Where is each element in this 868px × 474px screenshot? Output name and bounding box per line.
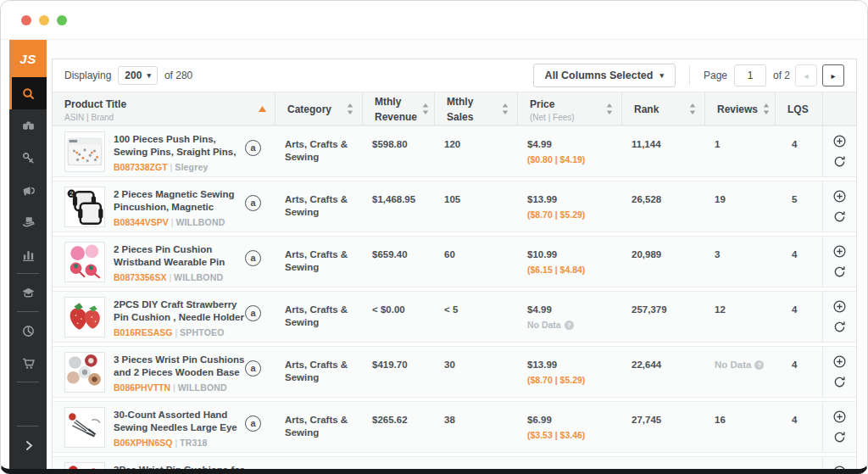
product-title[interactable]: 3Pcs Wrist Pin Cushions for Sewing — [114, 464, 245, 470]
sort-toggle-icon[interactable] — [689, 103, 696, 114]
column-label: Category — [287, 103, 331, 115]
product-thumbnail[interactable] — [64, 242, 105, 282]
previous-page-button[interactable]: ◂ — [795, 64, 817, 86]
product-meta: B016RESASG | SPHTOEO — [114, 327, 245, 337]
product-thumbnail[interactable] — [64, 462, 105, 470]
sidebar-item-supplier-database[interactable] — [9, 206, 47, 238]
table-body: 100 Pieces Push Pins, Sewing Pins, Sraig… — [53, 125, 856, 470]
column-header-product-title[interactable]: Product Title ASIN | Brand — [53, 92, 275, 125]
refresh-icon[interactable] — [832, 430, 847, 444]
page-size-select[interactable]: 200 ▾ — [118, 66, 158, 85]
product-title[interactable]: 30-Count Assorted Hand Sewing Needles La… — [114, 409, 245, 434]
column-label: Reviews — [717, 103, 758, 115]
rank-cell: 180,085 — [621, 457, 704, 470]
reviews-cell: 1 — [704, 126, 775, 176]
product-thumbnail[interactable] — [64, 131, 105, 172]
add-to-tracker-icon[interactable] — [832, 299, 847, 314]
row-actions — [822, 237, 856, 287]
amazon-link-icon[interactable]: a — [245, 360, 261, 376]
amazon-link-icon[interactable]: a — [245, 195, 261, 211]
close-window-button[interactable] — [21, 15, 31, 25]
reviews-cell: 19 — [704, 181, 775, 231]
product-meta: B0873356SX | WILLBOND — [114, 272, 245, 282]
sidebar-item-orders[interactable] — [9, 347, 47, 379]
add-to-tracker-icon[interactable] — [832, 465, 847, 470]
sidebar-item-extension[interactable] — [9, 315, 47, 347]
brand-label: TR318 — [180, 438, 208, 448]
product-title[interactable]: 2PCS DIY Craft Strawberry Pin Cushion , … — [114, 298, 245, 324]
product-thumbnail[interactable] — [64, 352, 105, 393]
column-header-mthly-sales[interactable]: Mthly Sales — [434, 92, 517, 125]
column-header-lqs[interactable]: LQS — [775, 92, 822, 125]
product-title[interactable]: 2 Pieces Magnetic Sewing Pincushion, Mag… — [114, 188, 245, 214]
refresh-icon[interactable] — [832, 209, 847, 224]
sidebar-item-product-tracker[interactable] — [9, 109, 47, 142]
results-toolbar: Displaying 200 ▾ of 280 All Columns Sele… — [53, 59, 856, 92]
product-thumbnail[interactable] — [64, 297, 105, 337]
product-cell: 100 Pieces Push Pins, Sewing Pins, Sraig… — [53, 126, 275, 176]
column-label: LQS — [787, 103, 809, 115]
asin-link[interactable]: B087338ZGT — [114, 162, 168, 172]
refresh-icon[interactable] — [832, 154, 847, 169]
columns-button-label: All Columns Selected — [545, 70, 654, 81]
asin-link[interactable]: B06XPHN6SQ — [114, 438, 172, 448]
column-header-actions[interactable] — [822, 92, 856, 125]
column-header-mthly-revenue[interactable]: Mthly Revenue — [362, 92, 434, 125]
add-to-tracker-icon[interactable] — [832, 354, 847, 369]
refresh-icon[interactable] — [832, 320, 847, 334]
column-header-rank[interactable]: Rank — [621, 92, 704, 125]
monthly-sales-cell: < 5 — [434, 457, 517, 470]
asin-link[interactable]: B016RESASG — [114, 327, 172, 337]
product-title[interactable]: 2 Pieces Pin Cushion Wristband Wearable … — [114, 243, 245, 269]
add-to-tracker-icon[interactable] — [832, 410, 847, 424]
sidebar-item-academy[interactable] — [9, 276, 47, 309]
sidebar-divider — [17, 382, 39, 382]
price-value: $10.99 — [527, 469, 618, 470]
product-title[interactable]: 3 Pieces Wrist Pin Cushions and 2 Pieces… — [114, 354, 245, 379]
sort-toggle-icon[interactable] — [422, 103, 429, 114]
column-header-price[interactable]: Price (Net | Fees) — [517, 92, 621, 125]
product-meta: B087338ZGT | Slegrey — [114, 162, 245, 172]
amazon-link-icon[interactable]: a — [245, 415, 261, 432]
add-to-tracker-icon[interactable] — [832, 244, 847, 259]
sidebar-divider — [17, 426, 39, 427]
category-cell: Arts, Crafts & Sewing — [275, 347, 362, 397]
refresh-icon[interactable] — [832, 265, 847, 279]
no-data-info-icon[interactable]: ? — [754, 360, 764, 370]
sidebar-item-product-database[interactable] — [9, 77, 47, 109]
add-to-tracker-icon[interactable] — [832, 189, 847, 204]
sidebar-item-sales-analytics[interactable] — [9, 238, 47, 270]
no-data-info-icon[interactable]: ? — [565, 321, 574, 330]
sort-toggle-icon[interactable] — [763, 103, 770, 114]
monthly-sales-cell: 120 — [434, 126, 517, 176]
column-header-reviews[interactable]: Reviews — [704, 92, 775, 125]
add-to-tracker-icon[interactable] — [832, 134, 847, 148]
columns-select-button[interactable]: All Columns Selected ▾ — [533, 64, 676, 87]
product-thumbnail[interactable]: 2 — [64, 187, 105, 227]
app-logo[interactable]: JS — [9, 40, 47, 77]
sidebar-expand-button[interactable] — [9, 429, 47, 461]
sort-ascending-icon[interactable] — [259, 106, 266, 112]
next-page-button[interactable]: ▸ — [822, 64, 844, 86]
minimize-window-button[interactable] — [39, 15, 49, 25]
zoom-window-button[interactable] — [57, 15, 67, 25]
amazon-link-icon[interactable]: a — [245, 250, 261, 266]
sort-toggle-icon[interactable] — [606, 103, 613, 114]
asin-link[interactable]: B08344VSPV — [114, 217, 169, 227]
page-number-input[interactable] — [734, 64, 766, 86]
hand-package-icon — [21, 215, 36, 230]
sort-toggle-icon[interactable] — [347, 103, 353, 114]
rank-cell: 11,144 — [621, 126, 704, 176]
rank-cell: 20,989 — [621, 237, 704, 287]
amazon-link-icon[interactable]: a — [245, 305, 261, 321]
refresh-icon[interactable] — [832, 375, 847, 389]
column-header-category[interactable]: Category — [275, 92, 362, 125]
asin-link[interactable]: B086PHVTTN — [114, 382, 170, 393]
product-thumbnail[interactable] — [64, 407, 105, 448]
product-title[interactable]: 100 Pieces Push Pins, Sewing Pins, Sraig… — [114, 133, 245, 159]
asin-link[interactable]: B0873356SX — [114, 272, 166, 282]
sort-toggle-icon[interactable] — [502, 103, 509, 114]
sidebar-item-keyword-scout[interactable] — [9, 142, 47, 174]
sidebar-item-launch[interactable] — [9, 174, 47, 206]
amazon-link-icon[interactable]: a — [245, 140, 261, 156]
